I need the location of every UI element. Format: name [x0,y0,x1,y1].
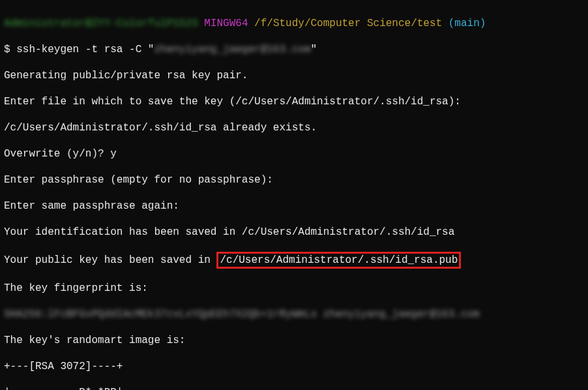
cmd-prefix: $ [4,44,16,55]
output-line: Enter passphrase (empty for no passphras… [4,173,584,187]
prompt-branch: (main) [448,18,486,29]
pubkey-path-highlighted: /c/Users/Administrator/.ssh/id_rsa.pub [216,252,461,269]
output-line: Generating public/private rsa key pair. [4,69,584,82]
cmd-blurred-arg: zhenyiyang_jaeger@163.com [154,44,310,55]
prompt-line: Administrator@ZYY-ColorfulP1523 MINGW64 … [4,17,584,30]
output-line: The key's randomart image is: [4,334,584,347]
pubkey-prefix: Your public key has been saved in [4,254,216,266]
cmd-suffix: " [310,44,317,55]
command-line: $ ssh-keygen -t rsa -C "zhenyiyang_jaege… [4,43,584,56]
fingerprint-blurred: SHA256:lFcBFGxPQddIAcMEk37cvLxYQpEEh7X2Q… [4,308,480,320]
output-line: /c/Users/Administrator/.ssh/id_rsa alrea… [4,121,584,134]
fingerprint-line: SHA256:lFcBFGxPQddIAcMEk37cvLxYQpEEh7X2Q… [4,308,584,321]
output-line: The key fingerprint is: [4,282,584,295]
output-pubkey-line: Your public key has been saved in /c/Use… [4,252,584,269]
prompt-path: /f/Study/Computer Science/test [254,18,442,29]
randomart-line: +---[RSA 3072]----+ [4,360,584,373]
output-line: Overwrite (y/n)? y [4,147,584,160]
output-line: Enter same passphrase again: [4,200,584,213]
output-line: Enter file in which to save the key (/c/… [4,95,584,108]
terminal-output[interactable]: Administrator@ZYY-ColorfulP1523 MINGW64 … [4,4,584,390]
output-line: Your identification has been saved in /c… [4,226,584,239]
prompt-env: MINGW64 [204,18,248,29]
prompt-user-host: Administrator@ZYY-ColorfulP1523 [4,18,198,29]
randomart-line: | .=B*=*BB| [4,386,584,390]
cmd-text: ssh-keygen -t rsa -C " [16,44,154,55]
